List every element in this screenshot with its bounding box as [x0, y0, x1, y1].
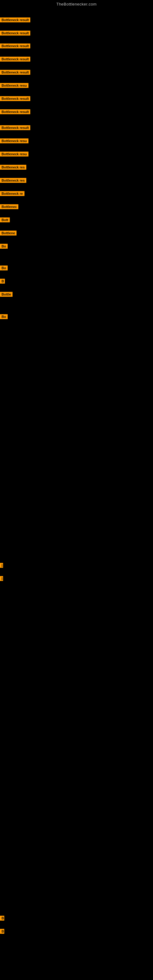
badge-label-16: Bottlene	[0, 231, 16, 235]
badge-label-12: Bottleneck res	[0, 178, 26, 183]
badge-6: Bottleneck result	[0, 96, 30, 102]
badge-24: B	[0, 916, 4, 922]
badge-2: Bottleneck result	[0, 43, 30, 49]
badge-8: Bottleneck result	[0, 125, 30, 131]
badge-label-10: Bottleneck resu	[0, 151, 29, 156]
badge-14: Bottlenec	[0, 204, 18, 210]
badge-22: |	[0, 563, 2, 569]
badge-9: Bottleneck resu	[0, 138, 29, 145]
badge-label-22: |	[0, 563, 3, 568]
badge-21: Bo	[0, 314, 8, 320]
badge-label-1: Bottleneck result	[0, 30, 30, 35]
badge-label-3: Bottleneck result	[0, 57, 30, 62]
badge-label-21: Bo	[0, 314, 8, 319]
badge-label-0: Bottleneck result	[0, 18, 30, 22]
badge-19: B	[0, 279, 5, 285]
badge-label-13: Bottleneck re	[0, 191, 24, 196]
badge-3: Bottleneck result	[0, 57, 30, 63]
badge-17: Bo	[0, 244, 8, 250]
badge-1: Bottleneck result	[0, 30, 30, 37]
badge-label-23: |	[0, 576, 3, 581]
badge-20: Bottle	[0, 292, 13, 298]
badge-label-4: Bottleneck result	[0, 70, 30, 75]
badge-label-24: B	[0, 916, 4, 921]
badge-label-9: Bottleneck resu	[0, 138, 29, 143]
badge-label-6: Bottleneck result	[0, 96, 30, 101]
badge-10: Bottleneck resu	[0, 151, 29, 158]
badge-5: Bottleneck resu	[0, 83, 29, 89]
badge-11: Bottleneck res	[0, 165, 26, 171]
badge-18: Bo	[0, 266, 8, 272]
badge-label-8: Bottleneck result	[0, 125, 30, 130]
badge-label-7: Bottleneck result	[0, 109, 30, 114]
badge-12: Bottleneck res	[0, 178, 26, 184]
badge-0: Bottleneck result	[0, 18, 30, 24]
badge-label-19: B	[0, 279, 5, 283]
badge-label-15: Bott	[0, 218, 10, 222]
badge-16: Bottlene	[0, 231, 16, 237]
badge-label-18: Bo	[0, 266, 8, 270]
badge-label-20: Bottle	[0, 292, 13, 297]
site-title: TheBottlenecker.com	[0, 0, 153, 8]
badge-15: Bott	[0, 218, 10, 224]
badge-25: B	[0, 929, 4, 935]
badge-23: |	[0, 576, 2, 582]
badge-label-17: Bo	[0, 244, 8, 249]
badge-label-5: Bottleneck resu	[0, 83, 29, 88]
badge-label-11: Bottleneck res	[0, 165, 26, 170]
badge-label-25: B	[0, 929, 4, 934]
badge-label-14: Bottlenec	[0, 204, 18, 209]
badge-4: Bottleneck result	[0, 70, 30, 76]
badge-13: Bottleneck re	[0, 191, 24, 197]
badge-7: Bottleneck result	[0, 109, 30, 115]
badge-label-2: Bottleneck result	[0, 43, 30, 48]
